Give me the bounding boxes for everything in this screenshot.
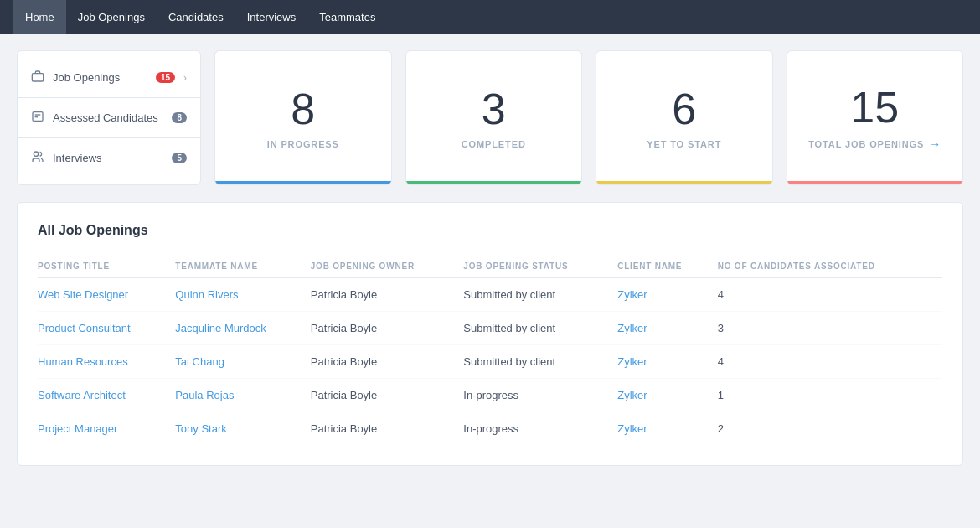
posting-title-link[interactable]: Product Consultant (38, 322, 131, 334)
cell-teammate: Jacquline Murdock (175, 312, 310, 345)
main-content: Job Openings 15 › Assessed Candidates 8 … (0, 34, 980, 483)
cell-owner: Patricia Boyle (311, 412, 464, 446)
client-link[interactable]: Zylker (617, 355, 647, 368)
total-number: 15 (850, 85, 899, 129)
cell-candidates: 3 (718, 312, 942, 345)
cell-status: Submitted by client (463, 345, 617, 379)
table-row: Web Site Designer Quinn Rivers Patricia … (38, 278, 942, 312)
in-progress-label: IN PROGRESS (267, 139, 339, 149)
arrow-icon: → (929, 137, 941, 151)
col-client: CLIENT NAME (617, 255, 718, 278)
yet-to-start-number: 6 (672, 87, 696, 131)
cell-client: Zylker (617, 312, 718, 345)
table-title: All Job Openings (38, 223, 942, 238)
nav-item-interviews[interactable]: Interviews (235, 0, 308, 34)
col-candidates: NO OF CANDIDATES ASSOCIATED (718, 255, 942, 278)
cell-posting-title: Project Manager (38, 412, 175, 446)
yet-to-start-label: YET TO START (647, 139, 721, 149)
cell-owner: Patricia Boyle (311, 379, 464, 412)
table-card: All Job Openings POSTING TITLE TEAMMATE … (17, 202, 963, 466)
cell-candidates: 2 (718, 412, 942, 446)
teammate-link[interactable]: Paula Rojas (175, 389, 234, 401)
posting-title-link[interactable]: Project Manager (38, 422, 117, 435)
nav-item-teammates[interactable]: Teammates (307, 0, 387, 34)
stat-card-completed: 3 COMPLETED (405, 50, 583, 185)
assessed-candidates-badge: 8 (172, 112, 187, 123)
cell-client: Zylker (617, 345, 718, 379)
stat-card-total[interactable]: 15 TOTAL JOB OPENINGS → (787, 50, 964, 185)
posting-title-link[interactable]: Software Architect (38, 389, 126, 401)
teammate-link[interactable]: Quinn Rivers (175, 288, 238, 301)
client-link[interactable]: Zylker (617, 322, 647, 334)
nav-item-home[interactable]: Home (13, 0, 66, 34)
cell-status: In-progress (463, 379, 617, 412)
total-label: TOTAL JOB OPENINGS (808, 139, 924, 149)
stat-card-in-progress: 8 IN PROGRESS (214, 50, 392, 185)
cell-teammate: Tai Chang (175, 345, 310, 379)
table-row: Human Resources Tai Chang Patricia Boyle… (38, 345, 942, 379)
teammate-link[interactable]: Tony Stark (175, 422, 226, 435)
cell-teammate: Tony Stark (175, 412, 310, 446)
cell-candidates: 1 (718, 379, 942, 412)
cell-posting-title: Web Site Designer (38, 278, 175, 312)
job-openings-badge: 15 (156, 72, 175, 83)
table-row: Product Consultant Jacquline Murdock Pat… (38, 312, 942, 345)
top-row: Job Openings 15 › Assessed Candidates 8 … (17, 50, 963, 185)
chevron-icon: › (183, 72, 187, 84)
cell-client: Zylker (617, 379, 718, 412)
sidebar-item-interviews[interactable]: Interviews 5 (18, 142, 200, 174)
col-teammate-name: TEAMMATE NAME (175, 255, 310, 278)
svg-point-4 (34, 152, 38, 156)
sidebar-card: Job Openings 15 › Assessed Candidates 8 … (17, 50, 201, 185)
posting-title-link[interactable]: Human Resources (38, 355, 128, 368)
cell-candidates: 4 (718, 345, 942, 379)
completed-number: 3 (482, 87, 506, 131)
col-status: JOB OPENING STATUS (463, 255, 617, 278)
divider (18, 97, 200, 98)
sidebar-assessed-candidates-label: Assessed Candidates (53, 111, 163, 124)
cell-status: Submitted by client (463, 312, 617, 345)
sidebar-item-assessed-candidates[interactable]: Assessed Candidates 8 (18, 101, 200, 134)
sidebar-job-openings-label: Job Openings (53, 71, 147, 84)
user-check-icon (31, 110, 44, 126)
in-progress-number: 8 (291, 87, 315, 131)
cell-status: Submitted by client (463, 278, 617, 312)
stat-cards: 8 IN PROGRESS 3 COMPLETED 6 YET TO START… (214, 50, 963, 185)
job-openings-table: POSTING TITLE TEAMMATE NAME JOB OPENING … (38, 255, 942, 445)
cell-status: In-progress (463, 412, 617, 446)
stat-card-yet-to-start: 6 YET TO START (596, 50, 773, 185)
client-link[interactable]: Zylker (617, 422, 647, 435)
cell-candidates: 4 (718, 278, 942, 312)
cell-posting-title: Software Architect (38, 379, 175, 412)
table-row: Project Manager Tony Stark Patricia Boyl… (38, 412, 942, 446)
posting-title-link[interactable]: Web Site Designer (38, 288, 128, 301)
col-owner: JOB OPENING OWNER (311, 255, 464, 278)
cell-teammate: Paula Rojas (175, 379, 310, 412)
cell-client: Zylker (617, 412, 718, 446)
total-label-link: TOTAL JOB OPENINGS → (808, 137, 941, 151)
table-row: Software Architect Paula Rojas Patricia … (38, 379, 942, 412)
cell-teammate: Quinn Rivers (175, 278, 310, 312)
svg-rect-0 (32, 74, 43, 81)
client-link[interactable]: Zylker (617, 389, 647, 401)
client-link[interactable]: Zylker (617, 288, 647, 301)
briefcase-icon (31, 70, 44, 85)
sidebar-item-job-openings[interactable]: Job Openings 15 › (18, 61, 200, 94)
cell-client: Zylker (617, 278, 718, 312)
teammate-link[interactable]: Tai Chang (175, 355, 224, 368)
cell-owner: Patricia Boyle (311, 278, 464, 312)
cell-owner: Patricia Boyle (311, 345, 464, 379)
teammate-link[interactable]: Jacquline Murdock (175, 322, 266, 334)
cell-posting-title: Human Resources (38, 345, 175, 379)
completed-label: COMPLETED (462, 139, 526, 149)
divider (18, 137, 200, 138)
col-posting-title: POSTING TITLE (38, 255, 175, 278)
nav-item-job-openings[interactable]: Job Openings (66, 0, 157, 34)
nav-item-candidates[interactable]: Candidates (157, 0, 235, 34)
cell-posting-title: Product Consultant (38, 312, 175, 345)
navbar: Home Job Openings Candidates Interviews … (0, 0, 980, 34)
users-icon (31, 150, 44, 166)
interviews-badge: 5 (172, 153, 187, 163)
cell-owner: Patricia Boyle (311, 312, 464, 345)
sidebar-interviews-label: Interviews (53, 152, 163, 164)
